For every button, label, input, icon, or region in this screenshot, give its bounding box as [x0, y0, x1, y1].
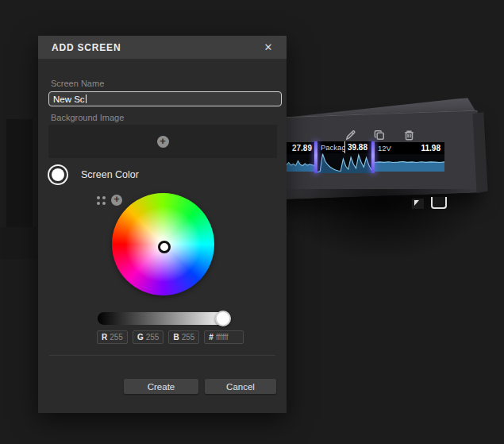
hex-field[interactable]: # ffffff [204, 330, 244, 344]
device-left-shadow [0, 227, 37, 259]
tile-value: 39.88 [344, 141, 370, 153]
device-connector-clip [412, 199, 424, 209]
tile-value: 27.89 [292, 142, 312, 154]
widget-tile[interactable]: 12V 11.98 [375, 142, 444, 172]
background-image-label: Background Image [51, 113, 124, 122]
screen-name-input[interactable]: New Sc [48, 91, 282, 106]
green-field[interactable]: G 255 [133, 330, 164, 344]
add-image-plus-icon: + [157, 136, 169, 148]
screen-color-label: Screen Color [81, 169, 139, 180]
modal-header: ADD SCREEN ✕ [38, 36, 287, 59]
cancel-button[interactable]: Cancel [205, 379, 276, 394]
screen-name-value: New Sc [53, 95, 85, 104]
selection-glow-left [314, 141, 317, 173]
add-screen-modal: ADD SCREEN ✕ Screen Name New Sc Backgrou… [38, 36, 287, 413]
screen-color-swatch[interactable] [52, 168, 64, 181]
delete-trash-icon[interactable] [402, 129, 416, 142]
background-image-dropzone[interactable]: + [48, 125, 277, 158]
tile-label: 12V [378, 142, 391, 154]
screen-color-row: Screen Color [48, 164, 139, 185]
tile-sparkline [375, 154, 444, 172]
blue-field[interactable]: B 255 [168, 330, 199, 344]
palette-tools: + [97, 195, 122, 206]
palette-grid-icon[interactable] [97, 196, 106, 205]
app-screen: 27.89 Package #1 39.88 12V 11.98 [0, 0, 504, 444]
modal-title: ADD SCREEN [52, 42, 121, 53]
device-left-edge [6, 119, 33, 229]
selection-glow-right [371, 141, 375, 173]
device-shadow [278, 189, 484, 261]
brightness-slider-knob[interactable] [215, 311, 231, 326]
device-connector-bracket [431, 197, 447, 209]
edit-pencil-icon[interactable] [344, 129, 357, 142]
close-icon[interactable]: ✕ [259, 36, 278, 59]
rgb-hex-row: R 255 G 255 B 255 # ffffff [97, 330, 244, 344]
tile-sparkline [317, 153, 371, 173]
text-caret [86, 95, 87, 103]
device-toolbar [344, 127, 419, 143]
duplicate-copy-icon[interactable] [373, 129, 387, 142]
footer-divider [49, 355, 275, 356]
device-screen-strip: 27.89 Package #1 39.88 12V 11.98 [279, 142, 446, 172]
tile-value: 11.98 [421, 142, 441, 154]
brightness-slider[interactable] [98, 312, 229, 325]
red-field[interactable]: R 255 [97, 330, 128, 344]
add-color-plus-icon[interactable]: + [111, 195, 122, 206]
color-wheel-selector[interactable] [158, 241, 171, 253]
widget-tile-selected[interactable]: Package #1 39.88 [317, 141, 371, 173]
create-button[interactable]: Create [124, 379, 198, 394]
screen-name-label: Screen Name [51, 79, 104, 88]
